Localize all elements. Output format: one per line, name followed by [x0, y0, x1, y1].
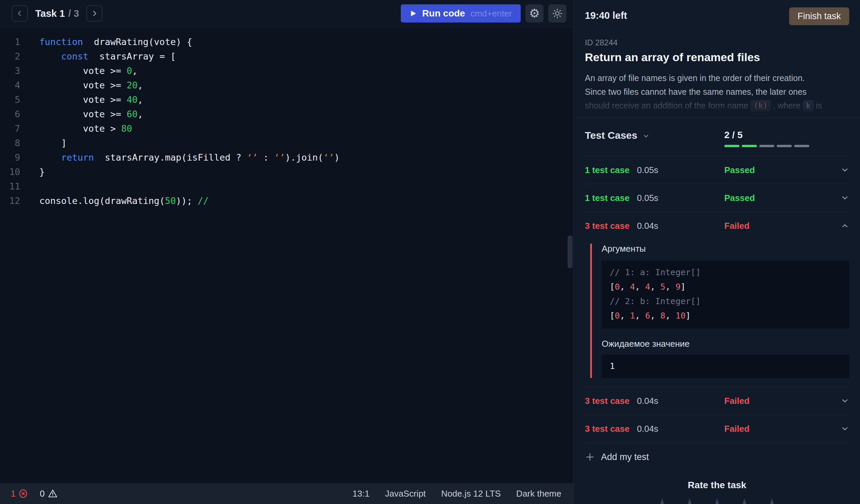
task-counter-current: Task 1: [35, 8, 65, 19]
code-line: const starsArray = [: [39, 49, 340, 63]
editor-scrollbar[interactable]: [568, 235, 572, 268]
plus-icon: [585, 452, 595, 462]
task-title: Return an array of renamed files: [585, 51, 849, 64]
code-line: vote >= 60,: [39, 107, 340, 121]
problems-summary: 1 0: [11, 489, 58, 499]
chevron-down-icon[interactable]: [841, 165, 849, 174]
code-line: }: [39, 164, 340, 179]
error-count: 1: [11, 489, 15, 499]
code-line: return starsArray.map(isFilled ? ‘’ : ‘’…: [39, 150, 340, 164]
runtime-selector[interactable]: Node.js 12 LTS: [441, 489, 501, 499]
test-case-status: Failed: [724, 221, 836, 231]
line-number: 7: [0, 121, 20, 136]
star-icon[interactable]: ★: [677, 495, 702, 504]
rating-stars: ★★★★★: [574, 495, 860, 504]
line-number: 9: [0, 150, 20, 164]
finish-task-button[interactable]: Finish task: [789, 8, 849, 25]
expected-value-label: Ожидаемое значение: [602, 339, 849, 349]
test-case-count: 3 test case: [585, 221, 630, 231]
test-case-row[interactable]: 1 test case0.05sPassed: [585, 156, 849, 184]
chevron-down-icon: [642, 132, 650, 140]
next-task-button[interactable]: [86, 5, 102, 21]
warning-count: 0: [40, 489, 44, 499]
progress-segments: [724, 145, 836, 147]
task-header: 19:40 left Finish task ID 28244 Return a…: [574, 0, 860, 118]
settings-button[interactable]: ⚙: [526, 4, 544, 23]
rate-task-label: Rate the task: [574, 480, 860, 491]
inline-code-badge: (k): [750, 100, 771, 112]
test-case-list: 1 test case0.05sPassed1 test case0.05sPa…: [585, 156, 849, 443]
star-icon[interactable]: ★: [650, 495, 674, 504]
cursor-position: 13:1: [353, 489, 370, 499]
expected-value-block: 1: [602, 355, 849, 378]
task-id: ID 28244: [585, 38, 849, 47]
code-line: console.log(drawRating(50)); //: [39, 193, 340, 208]
play-icon: [410, 10, 417, 17]
app-window: Task 1/ 3 Run code cmd+enter ⚙: [0, 0, 860, 504]
progress-fraction: 2 / 5: [724, 130, 836, 141]
line-number: 8: [0, 136, 20, 150]
chevron-up-icon[interactable]: [841, 221, 849, 230]
task-panel: 19:40 left Finish task ID 28244 Return a…: [573, 0, 860, 504]
test-case-time: 0.04s: [637, 424, 658, 434]
chevron-down-icon[interactable]: [841, 424, 849, 433]
chevron-down-icon[interactable]: [841, 397, 849, 405]
status-bar-right: 13:1 JavaScript Node.js 12 LTS Dark them…: [353, 489, 561, 499]
task-description: An array of file names is given in the o…: [585, 71, 849, 113]
theme-selector[interactable]: Dark theme: [516, 489, 561, 499]
test-case-detail: Аргументы// 1: a: Integer[][0, 4, 4, 5, …: [590, 244, 849, 378]
test-case-time: 0.04s: [637, 221, 658, 231]
test-case-row[interactable]: 3 test case0.04sFailed: [585, 212, 849, 240]
test-case-row[interactable]: 3 test case0.04sFailed: [585, 387, 849, 415]
description-line: Since two files cannot have the same nam…: [585, 85, 849, 99]
test-case-count: 1 test case: [585, 193, 630, 203]
run-code-button[interactable]: Run code cmd+enter: [401, 4, 521, 23]
chevron-down-icon[interactable]: [841, 193, 849, 202]
editor-pane: Task 1/ 3 Run code cmd+enter ⚙: [0, 0, 573, 504]
theme-toggle-button[interactable]: [548, 4, 567, 23]
test-case-status: Passed: [724, 193, 836, 203]
test-case-time: 0.04s: [637, 396, 658, 406]
code-editor[interactable]: 123456789101112 function drawRating(vote…: [0, 27, 573, 483]
code-line: // 2: b: Integer[]: [610, 295, 841, 309]
warning-triangle-icon: [47, 489, 58, 499]
star-icon[interactable]: ★: [705, 495, 729, 504]
test-case-time: 0.05s: [637, 165, 658, 175]
run-code-label: Run code: [422, 8, 465, 19]
test-progress: 2 / 5: [724, 130, 836, 147]
progress-segment-pending: [794, 145, 809, 147]
test-case-row[interactable]: 1 test case0.05sPassed: [585, 184, 849, 212]
line-number: 1: [0, 34, 20, 49]
code-line: function drawRating(vote) {: [39, 34, 340, 49]
test-case-row[interactable]: 3 test case0.04sFailed: [585, 415, 849, 443]
arguments-code-block: // 1: a: Integer[][0, 4, 4, 5, 9]// 2: b…: [602, 261, 849, 329]
previous-task-button[interactable]: [12, 5, 28, 21]
line-number: 12: [0, 193, 20, 208]
chevron-left-icon: [15, 9, 24, 18]
line-number: 10: [0, 164, 20, 179]
test-case-status: Failed: [724, 424, 836, 434]
line-number: 2: [0, 49, 20, 63]
test-case-count: 3 test case: [585, 424, 630, 434]
progress-segment-pending: [759, 145, 774, 147]
add-my-test-button[interactable]: Add my test: [585, 443, 849, 471]
line-number: 6: [0, 107, 20, 121]
test-cases-toggle[interactable]: Test Cases: [585, 130, 724, 141]
test-case-status: Failed: [724, 396, 836, 406]
status-bar: 1 0 13:1 JavaScript Node.js 12 LTS Dark …: [0, 483, 573, 504]
star-icon[interactable]: ★: [732, 495, 757, 504]
code-line: vote >= 0,: [39, 63, 340, 78]
test-cases-header: Test Cases 2 / 5: [574, 118, 860, 156]
code-line: [0, 4, 4, 5, 9]: [610, 280, 841, 295]
code-content: function drawRating(vote) { const starsA…: [20, 34, 340, 483]
run-code-shortcut: cmd+enter: [470, 9, 512, 19]
code-line: [0, 1, 6, 8, 10]: [610, 309, 841, 323]
language-selector[interactable]: JavaScript: [385, 489, 426, 499]
line-number: 11: [0, 179, 20, 193]
test-case-count: 3 test case: [585, 396, 630, 406]
code-line: [39, 179, 340, 193]
test-case-time: 0.05s: [637, 193, 658, 203]
star-icon[interactable]: ★: [760, 495, 784, 504]
toolbar-actions: Run code cmd+enter ⚙: [401, 4, 567, 23]
sun-icon: [552, 9, 562, 18]
